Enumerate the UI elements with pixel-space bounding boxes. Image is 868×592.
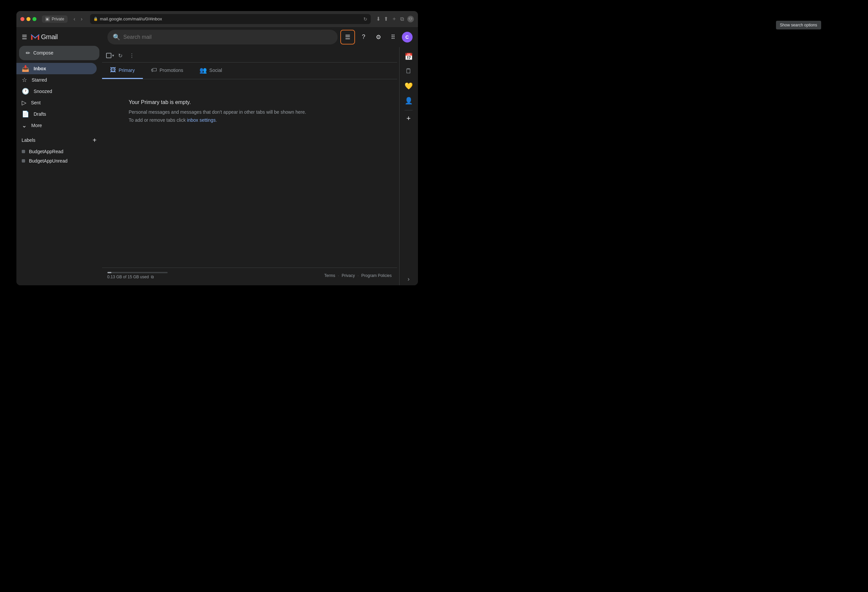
empty-link-post: . xyxy=(216,118,217,123)
traffic-lights xyxy=(21,17,37,21)
tab-primary-label: Primary xyxy=(119,68,135,73)
nav-buttons: ‹ › xyxy=(72,15,85,23)
gmail-header: ☰ Gmail xyxy=(16,30,102,46)
sidebar-item-drafts[interactable]: 📄 Drafts xyxy=(16,108,97,120)
social-tab-icon: 👥 xyxy=(199,66,207,74)
mail-toolbar: ▾ ↻ ⋮ xyxy=(102,49,397,63)
storage-text: 0.13 GB of 15 GB used ⧉ xyxy=(108,275,168,279)
compose-label: Compose xyxy=(34,50,53,56)
compose-pencil-icon: ✏ xyxy=(26,50,30,56)
sidebar-item-starred[interactable]: ☆ Starred xyxy=(16,74,97,85)
sidebar-drafts-label: Drafts xyxy=(34,111,46,117)
download-icon[interactable]: ⬇ xyxy=(376,16,381,22)
browser-toolbar-icons: ⬇ ⬆ ＋ ⧉ 🛡 xyxy=(376,15,414,22)
storage-section: 0.13 GB of 15 GB used ⧉ xyxy=(108,272,168,279)
label-name-budget-read: BudgetAppRead xyxy=(29,149,63,154)
sidebar-snoozed-label: Snoozed xyxy=(34,88,52,94)
label-item-budget-unread[interactable]: BudgetAppUnread xyxy=(22,156,97,166)
reload-button[interactable]: ↻ xyxy=(363,16,368,22)
labels-title: Labels xyxy=(22,137,35,143)
settings-button[interactable]: ⚙ xyxy=(372,31,384,43)
sidebar-item-snoozed[interactable]: 🕐 Snoozed xyxy=(16,85,97,97)
tab-social[interactable]: 👥 Social xyxy=(191,63,230,79)
tab-promotions-label: Promotions xyxy=(159,68,183,73)
mail-footer: 0.13 GB of 15 GB used ⧉ Terms · Privacy … xyxy=(102,268,397,283)
storage-external-link-icon[interactable]: ⧉ xyxy=(151,275,154,279)
labels-section: Labels + BudgetAppRead BudgetAppUnread xyxy=(16,131,102,168)
hamburger-menu-icon[interactable]: ☰ xyxy=(22,34,27,41)
shield-icon[interactable]: 🛡 xyxy=(407,16,414,22)
url-text: mail.google.com/mail/u/0/#inbox xyxy=(100,16,162,21)
terms-link[interactable]: Terms xyxy=(324,273,335,278)
gmail-m-icon xyxy=(31,32,40,42)
checkbox-dropdown-icon[interactable]: ▾ xyxy=(112,53,114,58)
add-label-button[interactable]: + xyxy=(93,137,97,144)
more-options-button[interactable]: ⋮ xyxy=(127,50,137,61)
header-icons: ? ⚙ ⠿ C xyxy=(358,31,413,43)
sidebar-item-inbox[interactable]: 📥 Inbox xyxy=(16,63,97,74)
select-all-checkbox[interactable] xyxy=(106,53,111,58)
back-button[interactable]: ‹ xyxy=(72,15,77,23)
new-tab-icon[interactable]: ＋ xyxy=(391,15,397,22)
empty-state-link-text: To add or remove tabs click inbox settin… xyxy=(129,118,217,123)
empty-state-title: Your Primary tab is empty. xyxy=(129,99,191,105)
right-sidebar-tasks-icon[interactable]: 🗒 xyxy=(402,65,415,78)
program-policies-link[interactable]: Program Policies xyxy=(362,273,392,278)
star-icon: ☆ xyxy=(22,76,27,84)
inbox-tabs: 🖼 Primary 🏷 Promotions 👥 Social xyxy=(102,63,397,79)
main-content: ▾ ↻ ⋮ 🖼 Primary 🏷 Promotions xyxy=(102,49,397,283)
tabs-icon[interactable]: ⧉ xyxy=(400,16,404,22)
search-options-button[interactable]: ☰ xyxy=(340,30,355,44)
sidebar-inbox-label: Inbox xyxy=(34,66,46,71)
sidebar-more-label: More xyxy=(31,123,42,128)
sidebar-item-more[interactable]: ⌄ More xyxy=(16,120,97,131)
more-chevron-icon: ⌄ xyxy=(22,122,27,129)
right-sidebar-contacts-icon[interactable]: 👤 xyxy=(402,94,415,108)
inbox-settings-link[interactable]: inbox settings xyxy=(187,118,216,123)
label-item-budget-read[interactable]: BudgetAppRead xyxy=(22,147,97,156)
search-bar[interactable]: 🔍 xyxy=(108,30,338,44)
privacy-link[interactable]: Privacy xyxy=(342,273,355,278)
storage-bar-fill xyxy=(108,272,112,273)
sidebar-item-sent[interactable]: ▷ Sent xyxy=(16,97,97,108)
right-sidebar: 📅 🗒 💛 👤 + › xyxy=(399,47,418,285)
right-sidebar-calendar-icon[interactable]: 📅 xyxy=(402,50,415,63)
address-bar[interactable]: 🔒 mail.google.com/mail/u/0/#inbox ↻ xyxy=(90,14,371,24)
tab-social-label: Social xyxy=(210,68,222,73)
gmail-app: ☰ Gmail ✏ Compose 📥 xyxy=(16,27,418,285)
help-button[interactable]: ? xyxy=(358,31,370,43)
right-sidebar-expand-icon[interactable]: › xyxy=(407,275,410,283)
tab-label: Private xyxy=(52,17,64,21)
promotions-tab-icon: 🏷 xyxy=(151,66,157,74)
maximize-button[interactable] xyxy=(32,17,37,21)
browser-tab-area: ▣ Private ‹ › xyxy=(42,15,85,23)
minimize-button[interactable] xyxy=(27,17,31,21)
sidebar-nav: 📥 Inbox ☆ Starred 🕐 Snoozed ▷ Sent 📄 xyxy=(16,63,102,131)
browser-tab[interactable]: ▣ Private xyxy=(42,15,68,23)
close-button[interactable] xyxy=(21,17,24,21)
storage-bar-container xyxy=(108,272,168,273)
tab-primary[interactable]: 🖼 Primary xyxy=(102,63,143,79)
account-avatar[interactable]: C xyxy=(402,32,413,43)
compose-button[interactable]: ✏ Compose xyxy=(19,46,99,60)
sidebar-starred-label: Starred xyxy=(32,77,47,82)
right-sidebar-divider xyxy=(404,110,413,110)
browser-window: ▣ Private ‹ › 🔒 mail.google.com/mail/u/0… xyxy=(16,11,418,285)
share-icon[interactable]: ⬆ xyxy=(384,16,388,22)
search-input[interactable] xyxy=(124,34,332,40)
lock-icon: 🔒 xyxy=(93,17,98,21)
label-name-budget-unread: BudgetAppUnread xyxy=(29,158,68,163)
right-sidebar-add-button[interactable]: + xyxy=(403,113,414,124)
forward-button[interactable]: › xyxy=(79,15,84,23)
refresh-button[interactable]: ↻ xyxy=(115,50,125,61)
inbox-icon: 📥 xyxy=(22,65,29,72)
footer-links: Terms · Privacy · Program Policies xyxy=(324,273,391,278)
empty-link-pre: To add or remove tabs click xyxy=(129,118,187,123)
sidebar-sent-label: Sent xyxy=(31,100,41,105)
checkbox-area: ▾ xyxy=(106,53,114,58)
tab-promotions[interactable]: 🏷 Promotions xyxy=(143,63,191,79)
gmail-app-name: Gmail xyxy=(41,33,58,41)
label-dot-budget-unread xyxy=(22,159,25,162)
right-sidebar-keep-icon[interactable]: 💛 xyxy=(402,79,415,93)
apps-button[interactable]: ⠿ xyxy=(387,31,399,43)
